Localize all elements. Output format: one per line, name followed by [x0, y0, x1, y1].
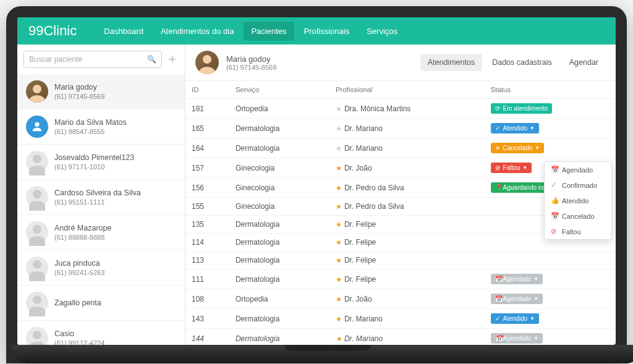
patient-name: Casio	[54, 329, 104, 338]
status-badge[interactable]: ⟳Em atendimento	[491, 103, 553, 114]
dropdown-option[interactable]: ✓Confirmado	[545, 177, 611, 193]
status-icon: 📅	[495, 335, 501, 342]
status-icon: 📅	[495, 295, 501, 302]
star-icon: ★	[336, 276, 342, 283]
cell-service: Dermatologia	[229, 329, 329, 345]
avatar	[26, 151, 48, 173]
cell-status: ✓Atendido ▼	[485, 119, 616, 138]
status-badge[interactable]: 📅Agendado ▼	[491, 274, 543, 284]
avatar	[26, 256, 48, 279]
tab-agendar[interactable]: Agendar	[562, 54, 606, 71]
cell-service: Dermatologia	[229, 309, 329, 329]
patient-sidebar: 🔍 + Maria godoy(61) 97145-8569Mario da S…	[17, 44, 185, 345]
cell-professional: ★Dr. João	[329, 289, 485, 309]
status-badge[interactable]: 📅Agendado ▼	[491, 333, 543, 344]
dropdown-option[interactable]: 👍Atendido	[545, 193, 611, 208]
search-input[interactable]	[29, 55, 147, 64]
chevron-down-icon: ▼	[533, 336, 538, 341]
patient-phone: (61) 99112-4224	[54, 339, 104, 345]
cell-professional: ★Dr. João	[329, 158, 485, 178]
patient-list-item[interactable]: André Mazarope(61) 88888-8888	[17, 215, 185, 250]
chevron-down-icon: ▼	[530, 125, 535, 131]
status-badge[interactable]: ⊘Faltou ▼	[491, 163, 532, 173]
cell-professional: ★Dr. Felipe	[329, 269, 485, 289]
cell-service: Dermatologia	[229, 234, 329, 252]
avatar	[26, 292, 48, 314]
patient-list-item[interactable]: Zagallo penta	[17, 286, 185, 321]
cell-id: 157	[185, 158, 229, 178]
cell-status	[485, 252, 616, 269]
table-row[interactable]: 165Dermatologia★Dr. Mariano✓Atendido ▼	[185, 119, 616, 138]
patient-list-item[interactable]: Casio(61) 99112-4224	[17, 321, 185, 345]
patient-list-item[interactable]: Cardoso Silveira da Silva(61) 95151-1111	[17, 180, 185, 215]
cell-id: 156	[185, 178, 229, 198]
search-icon: 🔍	[147, 55, 156, 64]
table-row[interactable]: 111Dermatologia★Dr. Felipe📅Agendado ▼	[185, 269, 616, 289]
status-icon: 📅	[495, 276, 501, 282]
option-icon: 📅	[551, 166, 558, 174]
option-icon: ⊘	[551, 227, 558, 235]
status-icon: 📍	[495, 184, 501, 191]
column-header: ID	[185, 81, 229, 99]
dropdown-option[interactable]: 📅Cancelado	[545, 208, 611, 224]
cell-professional: ★Dra. Mônica Martins	[329, 99, 485, 119]
nav-profissionais[interactable]: Profissionais	[297, 22, 357, 41]
nav-atendimentos-do-dia[interactable]: Atendimentos do dia	[153, 22, 242, 41]
status-dropdown[interactable]: 📅Agendado✓Confirmado👍Atendido📅Cancelado⊘…	[544, 161, 612, 240]
patient-name: Juca pinduca	[54, 259, 104, 268]
dropdown-option[interactable]: ⊘Faltou	[545, 224, 611, 239]
star-icon: ★	[336, 221, 342, 228]
status-badge[interactable]: ✓Atendido ▼	[491, 123, 539, 133]
cell-id: 165	[185, 119, 229, 138]
nav-serviços[interactable]: Serviços	[359, 22, 405, 41]
table-row[interactable]: 143Dermatologia★Dr. Mariano✓Atendido ▼	[185, 309, 616, 329]
patient-name: Mario da Silva Matos	[54, 118, 127, 127]
star-icon: ★	[336, 239, 342, 246]
table-row[interactable]: 108Ortopedia★Dr. João📅Agendado ▼	[185, 289, 616, 309]
dropdown-option[interactable]: 📅Agendado	[545, 162, 611, 177]
cell-id: 143	[185, 309, 229, 329]
status-badge[interactable]: 📍Aguardando na	[491, 182, 550, 193]
cell-status: 📅Agendado ▼	[485, 329, 616, 345]
cell-professional: ★Dr. Mariano	[329, 329, 485, 345]
search-input-wrap[interactable]: 🔍	[23, 51, 162, 68]
cell-professional: ★Dr. Felipe	[329, 234, 485, 252]
cell-professional: ★Dr. Mariano	[329, 138, 485, 158]
chevron-down-icon: ▼	[533, 296, 538, 302]
patient-list-item[interactable]: Maria godoy(61) 97145-8569	[17, 74, 185, 109]
cell-id: 181	[185, 99, 229, 119]
status-icon: ✕	[495, 145, 501, 151]
patient-list-item[interactable]: Josevaldo Pimentel123(61) 97171-1010	[17, 145, 185, 180]
status-badge[interactable]: ✓Atendido ▼	[491, 313, 539, 324]
option-label: Faltou	[562, 228, 581, 235]
chevron-down-icon: ▼	[530, 316, 535, 321]
column-header: Status	[485, 81, 616, 99]
table-row[interactable]: 113Dermatologia★Dr. Felipe	[185, 252, 616, 269]
status-badge[interactable]: 📅Agendado ▼	[491, 294, 543, 304]
option-icon: ✓	[551, 181, 558, 189]
cell-id: 135	[185, 216, 229, 234]
avatar	[26, 186, 48, 208]
add-patient-button[interactable]: +	[166, 51, 179, 67]
star-icon: ★	[336, 203, 342, 210]
option-icon: 👍	[551, 197, 558, 205]
table-row[interactable]: 164Dermatologia★Dr. Mariano✕Cancelado ▼	[185, 138, 616, 158]
patient-name: André Mazarope	[54, 224, 111, 232]
chevron-down-icon: ▼	[535, 145, 540, 151]
status-badge[interactable]: ✕Cancelado ▼	[491, 143, 545, 153]
table-row[interactable]: 144Dermatologia★Dr. Mariano📅Agendado ▼	[185, 329, 616, 345]
tab-atendimentos[interactable]: Atendimentos	[420, 54, 482, 71]
table-row[interactable]: 181Ortopedia★Dra. Mônica Martins⟳Em aten…	[185, 99, 616, 119]
cell-service: Dermatologia	[229, 216, 329, 234]
nav-pacientes[interactable]: Pacientes	[244, 22, 294, 41]
cell-service: Dermatologia	[229, 119, 329, 138]
tab-dados-cadastrais[interactable]: Dados cadastrais	[485, 54, 559, 71]
patient-list-item[interactable]: Juca pinduca(61) 99241-5263	[17, 250, 185, 286]
patient-name: Zagallo penta	[54, 298, 101, 307]
nav-dashboard[interactable]: Dashboard	[96, 22, 151, 41]
star-icon: ★	[336, 335, 342, 342]
star-icon: ★	[336, 105, 342, 112]
patient-list-item[interactable]: Mario da Silva Matos(61) 98547-8555	[17, 109, 185, 145]
cell-id: 144	[185, 329, 229, 345]
patient-name: Josevaldo Pimentel123	[54, 153, 134, 162]
